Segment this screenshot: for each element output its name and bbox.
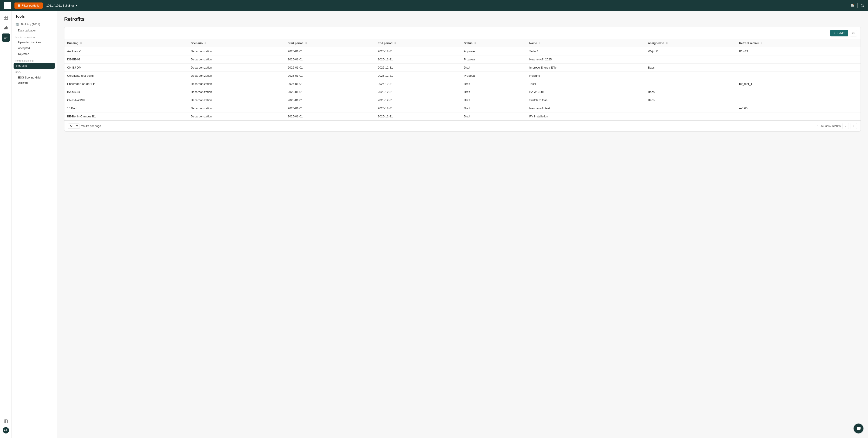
cell-assigned: [645, 72, 737, 80]
rail-tools-icon[interactable]: [2, 33, 10, 41]
sidebar-building-item[interactable]: 🏢 Building (1011): [12, 21, 57, 28]
cell-name: Heizung: [527, 72, 645, 80]
cell-scenario: Decarbonization: [188, 96, 285, 104]
cell-empty: [841, 47, 861, 55]
cell-empty: [841, 112, 861, 121]
icon-rail: AA: [0, 11, 12, 438]
chat-bubble-button[interactable]: [854, 424, 864, 434]
cell-assigned: Babs: [645, 96, 737, 104]
avatar[interactable]: AA: [3, 427, 9, 434]
topnav-right-actions: [850, 3, 864, 8]
sidebar-building-label: Building (1011): [21, 23, 40, 26]
retrofits-table: Building ⠿ Scenario ⠿ Start period ⠿ End…: [64, 39, 861, 120]
cell-name: PV Installation: [527, 112, 645, 121]
col-retrofit-referer[interactable]: Retrofit referer ⠿: [737, 39, 841, 47]
svg-point-7: [853, 4, 854, 5]
rail-collapse-icon[interactable]: [2, 417, 10, 425]
col-assigned-to[interactable]: Assigned to ⠿: [645, 39, 737, 47]
svg-rect-21: [4, 420, 7, 423]
table-row[interactable]: 10 BurlDecarbonization2025-01-012025-12-…: [64, 104, 861, 112]
cell-scenario: Decarbonization: [188, 104, 285, 112]
search-button[interactable]: [860, 3, 864, 7]
prev-page-button[interactable]: ‹: [842, 123, 849, 129]
filter-portfolio-button[interactable]: ☰ Filter portfolio: [14, 2, 43, 8]
cell-referer: ref_00: [737, 104, 841, 112]
cell-empty: [841, 104, 861, 112]
cell-building: Enzersdorf an der Fis: [64, 80, 188, 88]
cell-end: 2025-12-31: [375, 104, 461, 112]
sidebar-item-rejected[interactable]: Rejected: [12, 51, 57, 57]
svg-rect-2: [5, 6, 7, 8]
table-row[interactable]: DE-BE-01Decarbonization2025-01-012025-12…: [64, 55, 861, 64]
filter-settings-button[interactable]: [850, 3, 855, 7]
cell-empty: [841, 88, 861, 96]
cell-referer: [737, 72, 841, 80]
cell-start: 2025-01-01: [285, 55, 375, 64]
table-row[interactable]: CN-BJ-DMDecarbonization2025-01-012025-12…: [64, 64, 861, 72]
cell-assigned: [645, 80, 737, 88]
cell-end: 2025-12-31: [375, 72, 461, 80]
sidebar-item-esg-scoring-grid[interactable]: ESG Scoring Grid: [12, 75, 57, 81]
cell-end: 2025-12-31: [375, 112, 461, 121]
cell-status: Draft: [461, 112, 527, 121]
table-row[interactable]: Enzersdorf an der FisDecarbonization2025…: [64, 80, 861, 88]
table-row[interactable]: BE-Berlin Campus B1Decarbonization2025-0…: [64, 112, 861, 121]
col-start-period[interactable]: Start period ⠿: [285, 39, 375, 47]
sidebar-title: Tools: [12, 14, 57, 21]
column-settings-button[interactable]: ⚙: [850, 30, 857, 36]
col-actions: [841, 39, 861, 47]
results-info: 1 - 50 of 57 results: [817, 124, 841, 127]
cell-empty: [841, 55, 861, 64]
svg-rect-16: [6, 26, 7, 29]
cell-start: 2025-01-01: [285, 80, 375, 88]
building-count-label: 1011 / 1011 Buildings: [46, 4, 74, 7]
add-icon: +: [834, 31, 836, 35]
rail-analytics-icon[interactable]: [2, 24, 10, 32]
col-name[interactable]: Name ⠿: [527, 39, 645, 47]
cell-start: 2025-01-01: [285, 72, 375, 80]
cell-start: 2025-01-01: [285, 96, 375, 104]
app-logo: [4, 2, 11, 9]
cell-assigned: [645, 112, 737, 121]
cell-building: 10 Burl: [64, 104, 188, 112]
filter-icon: ☰: [18, 4, 20, 7]
per-page-label: results per page: [81, 124, 101, 127]
per-page-select-input[interactable]: 50 25 100: [68, 123, 80, 129]
svg-rect-3: [7, 6, 9, 8]
cell-name: Solar 1: [527, 47, 645, 55]
sidebar-item-retrofits[interactable]: Retrofits: [13, 63, 55, 69]
svg-rect-13: [6, 18, 8, 20]
col-building[interactable]: Building ⠿: [64, 39, 188, 47]
cell-status: Draft: [461, 96, 527, 104]
svg-rect-1: [7, 3, 9, 5]
cell-referer: [737, 88, 841, 96]
pagination-bar: 50 25 100 results per page 1 - 50 of 57 …: [64, 120, 861, 132]
col-end-period[interactable]: End period ⠿: [375, 39, 461, 47]
table-row[interactable]: BA-SA-04Decarbonization2025-01-012025-12…: [64, 88, 861, 96]
col-status[interactable]: Status ⠿: [461, 39, 527, 47]
sidebar-item-data-uploader[interactable]: Data uploader: [12, 28, 57, 33]
sidebar-item-uploaded-invoices[interactable]: Uploaded invoices: [12, 39, 57, 45]
building-selector[interactable]: 1011 / 1011 Buildings ▾: [46, 4, 78, 7]
gear-icon: ⚙: [852, 31, 855, 35]
table-row[interactable]: CN-BJ-WJSHDecarbonization2025-01-012025-…: [64, 96, 861, 104]
sidebar-item-accepted[interactable]: Accepted: [12, 45, 57, 51]
rail-dashboard-icon[interactable]: [2, 13, 10, 22]
col-scenario[interactable]: Scenario ⠿: [188, 39, 285, 47]
retrofits-table-card: + + Add ⚙ Building ⠿ Scenario ⠿ Start pe…: [64, 27, 861, 132]
table-row[interactable]: Auckland-1Decarbonization2025-01-012025-…: [64, 47, 861, 55]
sidebar-item-gresb[interactable]: GRESB: [12, 81, 57, 86]
svg-rect-12: [4, 18, 6, 20]
add-button[interactable]: + + Add: [830, 30, 848, 36]
cell-building: BE-Berlin Campus B1: [64, 112, 188, 121]
main-content: Retrofits + + Add ⚙ Building ⠿ Scenario …: [57, 11, 868, 438]
cell-end: 2025-12-31: [375, 55, 461, 64]
building-icon: 🏢: [16, 23, 19, 26]
next-page-button[interactable]: ›: [850, 123, 857, 129]
svg-rect-0: [5, 3, 7, 5]
cell-end: 2025-12-31: [375, 47, 461, 55]
chevron-down-icon: ▾: [76, 4, 78, 7]
cell-referer: ID w21: [737, 47, 841, 55]
table-row[interactable]: Certificate test buildiDecarbonization20…: [64, 72, 861, 80]
cell-scenario: Decarbonization: [188, 55, 285, 64]
